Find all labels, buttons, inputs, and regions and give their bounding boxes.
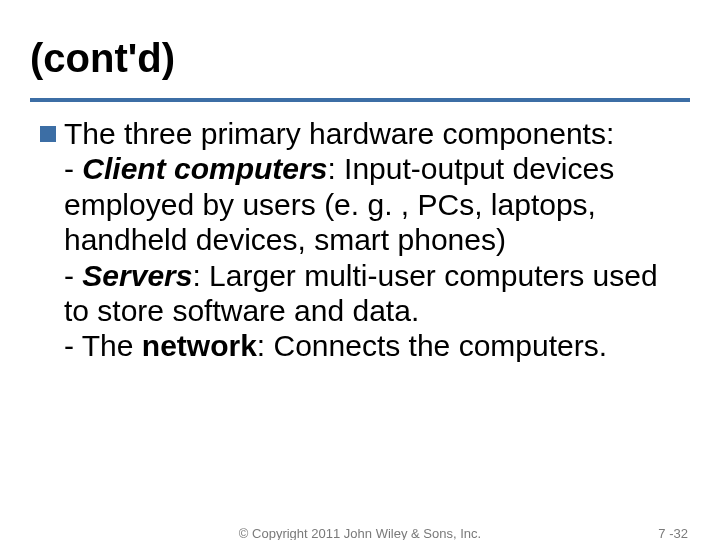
square-bullet-icon [40,126,56,142]
item-term: Servers [82,259,192,292]
slide-title: (cont'd) [30,36,175,81]
title-divider [30,98,690,102]
lead-text: The three primary hardware components: [64,117,614,150]
bullet-content: The three primary hardware components: -… [64,116,690,364]
page-number: 7 -32 [658,526,688,540]
bullet-item: The three primary hardware components: -… [40,116,690,364]
item-prefix: - The [64,329,142,362]
body-text: The three primary hardware components: -… [40,116,690,364]
item-prefix: - [64,259,82,292]
copyright-text: © Copyright 2011 John Wiley & Sons, Inc. [0,526,720,540]
item-term: Client computers [82,152,327,185]
item-term: network [142,329,257,362]
item-rest: : Connects the computers. [257,329,607,362]
item-prefix: - [64,152,82,185]
